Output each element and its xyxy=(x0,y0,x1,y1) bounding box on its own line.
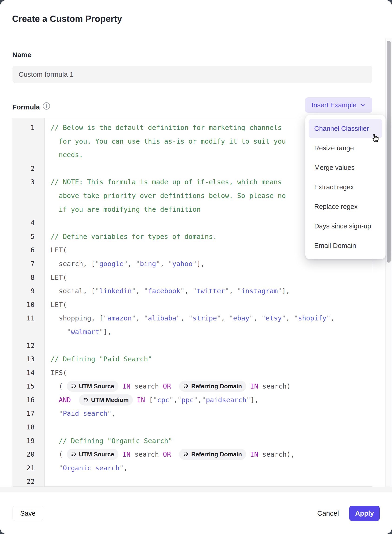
info-icon[interactable]: i xyxy=(42,102,51,110)
code-line: 17 "Paid search", xyxy=(13,407,372,420)
insert-example-label: Insert Example xyxy=(312,101,356,109)
name-input[interactable] xyxy=(13,66,372,83)
property-chip-icon xyxy=(183,452,189,457)
line-number: 12 xyxy=(13,339,45,353)
insert-example-button[interactable]: Insert Example xyxy=(305,97,372,113)
code-row xyxy=(51,420,372,434)
code-line: 16 AND UTM Medium IN ["cpc","ppc","paids… xyxy=(13,393,372,407)
line-number: 19 xyxy=(13,434,45,448)
cancel-button[interactable]: Cancel xyxy=(314,506,342,521)
code-line: 19 // Defining "Organic Search" xyxy=(13,434,372,448)
code-row: AND UTM Medium IN ["cpc","ppc","paidsear… xyxy=(51,393,372,407)
apply-button[interactable]: Apply xyxy=(349,506,380,521)
code-line: 12 xyxy=(13,339,372,353)
line-number: 16 xyxy=(13,393,45,407)
code-line: 20 ( UTM Source IN search OR Referring D… xyxy=(13,448,372,461)
property-chip-label: Referring Domain xyxy=(191,448,242,461)
menu-item-merge-values[interactable]: Merge values xyxy=(309,158,382,177)
name-label: Name xyxy=(12,51,31,59)
code-row: social, ["linkedin", "facebook", "twitte… xyxy=(51,284,372,298)
code-row: ( UTM Source IN search OR Referring Doma… xyxy=(51,379,372,393)
code-line: 8LET( xyxy=(13,271,372,284)
menu-item-days-since-sign-up[interactable]: Days since sign-up xyxy=(309,216,382,236)
code-line: 11 shopping, ["amazon", "alibaba", "stri… xyxy=(13,311,372,339)
code-row: "walmart"], xyxy=(51,325,372,339)
line-number: 1 xyxy=(13,121,45,162)
formula-label: Formula xyxy=(12,103,40,111)
code-line: 14IFS( xyxy=(13,366,372,380)
line-number: 10 xyxy=(13,298,45,312)
line-number: 20 xyxy=(13,448,45,461)
code-row xyxy=(51,339,372,353)
menu-item-extract-regex[interactable]: Extract regex xyxy=(309,177,382,197)
line-number: 18 xyxy=(13,420,45,434)
property-chip-icon xyxy=(83,397,89,403)
chevron-down-icon xyxy=(360,102,366,108)
code-line: 13// Defining "Paid Search" xyxy=(13,352,372,366)
svg-text:i: i xyxy=(46,103,47,109)
code-line: 9 social, ["linkedin", "facebook", "twit… xyxy=(13,284,372,298)
code-row: "Organic search", xyxy=(51,461,372,475)
property-chip[interactable]: UTM Source xyxy=(67,449,118,460)
line-number: 15 xyxy=(13,379,45,393)
menu-item-replace-regex[interactable]: Replace regex xyxy=(309,197,382,216)
horizontal-scroll-band xyxy=(0,487,392,492)
property-chip-label: UTM Source xyxy=(79,448,114,461)
line-number: 22 xyxy=(13,475,45,487)
code-row: LET( xyxy=(51,298,372,312)
code-line: 22 xyxy=(13,475,372,487)
line-number: 21 xyxy=(13,461,45,475)
hand-cursor-icon xyxy=(370,133,381,145)
page-title: Create a Custom Property xyxy=(12,14,122,24)
property-chip-icon xyxy=(183,383,189,389)
line-number: 14 xyxy=(13,366,45,380)
property-chip[interactable]: UTM Source xyxy=(67,381,118,392)
line-number: 6 xyxy=(13,243,45,257)
dialog-scrollbar-thumb[interactable] xyxy=(387,41,391,263)
line-number: 3 xyxy=(13,175,45,216)
line-number: 8 xyxy=(13,271,45,284)
code-row: // Defining "Paid Search" xyxy=(51,352,372,366)
code-line: 18 xyxy=(13,420,372,434)
line-number: 7 xyxy=(13,257,45,271)
property-chip-label: Referring Domain xyxy=(191,379,242,393)
code-line: 15 ( UTM Source IN search OR Referring D… xyxy=(13,379,372,393)
line-number: 2 xyxy=(13,162,45,175)
property-chip-label: UTM Source xyxy=(79,379,114,393)
code-row: LET( xyxy=(51,271,372,284)
code-line: 10LET( xyxy=(13,298,372,312)
line-number: 13 xyxy=(13,352,45,366)
property-chip-icon xyxy=(71,383,77,389)
code-row: IFS( xyxy=(51,366,372,380)
line-number: 4 xyxy=(13,216,45,230)
menu-item-email-domain[interactable]: Email Domain xyxy=(309,236,382,255)
create-custom-property-dialog: Create a Custom Property Name Formula i … xyxy=(0,0,392,534)
property-chip-label: UTM Medium xyxy=(91,393,129,407)
line-number: 11 xyxy=(13,311,45,339)
code-row: shopping, ["amazon", "alibaba", "stripe"… xyxy=(51,311,372,325)
code-line: 21 "Organic search", xyxy=(13,461,372,475)
property-chip[interactable]: Referring Domain xyxy=(179,381,246,392)
line-number: 5 xyxy=(13,230,45,244)
property-chip[interactable]: Referring Domain xyxy=(179,449,246,460)
property-chip-icon xyxy=(71,452,77,457)
code-row: // Defining "Organic Search" xyxy=(51,434,372,448)
code-row: "Paid search", xyxy=(51,407,372,420)
property-chip[interactable]: UTM Medium xyxy=(79,394,133,406)
line-number: 17 xyxy=(13,407,45,420)
save-button[interactable]: Save xyxy=(13,506,43,521)
code-row: ( UTM Source IN search OR Referring Doma… xyxy=(51,448,372,461)
line-number: 9 xyxy=(13,284,45,298)
code-row xyxy=(51,475,372,487)
dialog-scrollbar-track[interactable] xyxy=(385,38,392,487)
